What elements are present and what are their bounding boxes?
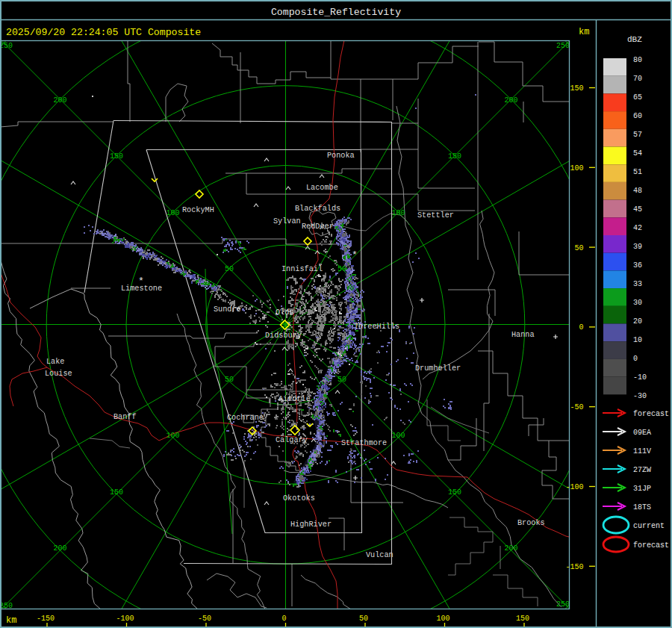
svg-text:0: 0 [633,355,638,363]
svg-text:Lacombe: Lacombe [306,184,338,192]
svg-text:Calgary: Calgary [276,436,308,444]
svg-text:Blackfalds: Blackfalds [295,205,340,213]
svg-text:50: 50 [225,265,234,273]
svg-text:2025/09/20 22:24:05 UTC Compos: 2025/09/20 22:24:05 UTC Composite [6,27,201,38]
svg-text:250: 250 [0,42,13,50]
svg-text:-150: -150 [565,563,583,571]
svg-text:Ponoka: Ponoka [327,152,355,160]
svg-text:150: 150 [516,615,529,623]
svg-text:150: 150 [448,488,461,497]
svg-text:31JP: 31JP [633,485,651,493]
svg-text:250: 250 [0,602,13,610]
svg-text:Composite_Reflectivity: Composite_Reflectivity [271,7,401,18]
svg-text:50: 50 [359,615,368,623]
svg-text:Cochrane: Cochrane [227,414,264,422]
svg-text:Didsbury: Didsbury [265,332,302,340]
svg-text:forecast: forecast [633,541,669,550]
svg-text:Brooks: Brooks [517,519,545,527]
svg-text:150: 150 [110,488,123,497]
svg-text:30: 30 [633,299,642,307]
svg-text:65: 65 [633,93,642,102]
svg-text:-100: -100 [565,483,583,491]
svg-text:27ZW: 27ZW [633,466,651,474]
svg-text:51: 51 [633,168,642,176]
svg-text:48: 48 [633,187,642,195]
svg-text:57: 57 [633,131,642,139]
svg-text:forecast: forecast [633,410,669,418]
svg-text:Olds: Olds [276,308,293,317]
svg-text:33: 33 [633,280,642,288]
svg-text:Airdrie: Airdrie [279,395,311,403]
svg-text:Louise: Louise [45,370,72,378]
svg-text:0: 0 [281,615,286,623]
svg-text:0: 0 [579,323,583,332]
svg-text:-50: -50 [198,615,211,623]
svg-text:-150: -150 [37,615,55,623]
svg-text:200: 200 [504,544,517,553]
svg-text:RockyMH: RockyMH [182,206,214,214]
svg-text:150: 150 [110,152,123,161]
svg-text:60: 60 [633,112,642,120]
svg-text:54: 54 [633,149,642,158]
svg-text:200: 200 [53,544,66,553]
svg-text:50: 50 [225,376,234,384]
svg-text:km: km [6,615,16,626]
svg-text:39: 39 [633,243,642,251]
svg-text:18TS: 18TS [633,503,651,512]
svg-text:45: 45 [633,205,642,214]
svg-text:42: 42 [633,224,642,232]
svg-text:-10: -10 [633,373,647,382]
svg-text:ThreeHills: ThreeHills [354,323,399,331]
svg-text:250: 250 [556,42,570,50]
svg-text:Lake: Lake [46,358,64,366]
svg-text:current: current [633,522,665,530]
svg-text:HighRiver: HighRiver [290,520,332,529]
svg-text:Stettler: Stettler [417,211,454,220]
svg-text:36: 36 [633,261,642,270]
svg-text:dBZ: dBZ [627,35,642,44]
svg-text:50: 50 [574,244,583,252]
svg-text:20: 20 [633,317,642,326]
svg-text:50: 50 [337,376,346,384]
svg-text:Drumheller: Drumheller [415,364,461,373]
svg-text:70: 70 [633,75,642,83]
svg-text:RedDeer: RedDeer [302,223,334,231]
svg-text:-100: -100 [116,615,134,623]
svg-text:250: 250 [556,600,570,609]
svg-text:*: * [352,249,358,261]
svg-text:100: 100 [391,209,405,217]
svg-text:200: 200 [53,96,66,105]
svg-text:150: 150 [448,152,461,161]
svg-text:Vulcan: Vulcan [366,551,393,559]
svg-text:100: 100 [436,615,449,623]
svg-text:Sundre: Sundre [214,305,241,314]
svg-text:Sylvan: Sylvan [273,217,301,226]
svg-text:10: 10 [633,336,642,344]
svg-text:80: 80 [633,56,642,64]
svg-text:Strathmore: Strathmore [341,439,387,447]
svg-text:100: 100 [570,164,583,172]
svg-text:-50: -50 [570,403,583,411]
svg-text:100: 100 [391,432,405,440]
svg-text:09EA: 09EA [633,429,651,437]
svg-text:-30: -30 [633,392,647,400]
svg-text:Hanna: Hanna [511,331,535,339]
svg-text:100: 100 [166,209,179,217]
svg-text:km: km [579,27,589,37]
svg-text:111V: 111V [633,447,651,456]
svg-text:Banff: Banff [113,413,137,421]
svg-text:150: 150 [570,84,583,93]
svg-text:Innisfail: Innisfail [281,265,323,273]
svg-text:200: 200 [504,96,517,105]
svg-text:100: 100 [166,432,179,440]
svg-text:Okotoks: Okotoks [283,494,315,503]
svg-text:*: * [138,276,144,287]
